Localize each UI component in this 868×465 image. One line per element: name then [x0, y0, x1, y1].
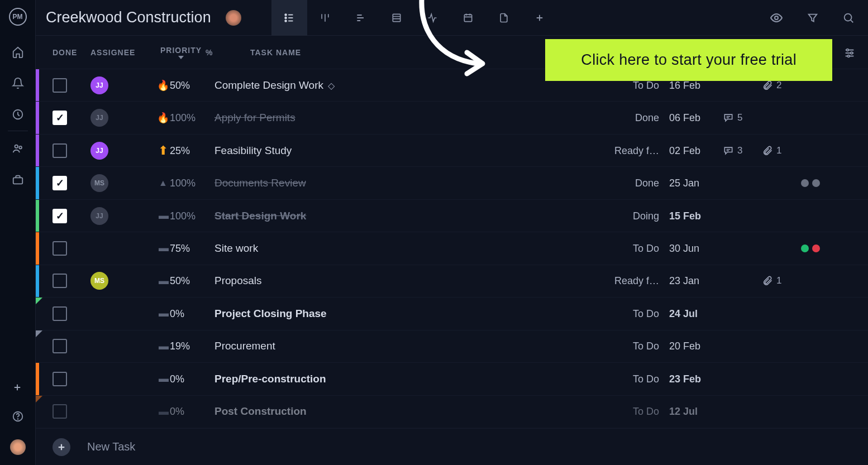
view-tab-calendar[interactable] [450, 0, 486, 36]
task-row[interactable]: JJ⬆25%Feasibility StudyReady f…02 Feb31 [36, 135, 868, 167]
visibility-icon[interactable] [770, 11, 783, 25]
task-status[interactable]: Ready f… [614, 275, 659, 286]
task-date[interactable]: 24 Jul [669, 308, 698, 319]
done-checkbox[interactable] [53, 78, 67, 93]
task-name[interactable]: Apply for Permits [214, 112, 295, 123]
add-icon[interactable] [12, 382, 23, 394]
task-status[interactable]: Ready f… [614, 145, 659, 156]
task-row[interactable]: MS▬50%ProposalsReady f…23 Jan1 [36, 265, 868, 298]
column-settings-icon[interactable] [843, 47, 856, 59]
task-status[interactable]: To Do [633, 373, 659, 385]
app-logo[interactable]: PM [9, 8, 27, 26]
assignee-avatar[interactable]: JJ [90, 142, 108, 160]
task-name[interactable]: Start Design Work [214, 210, 306, 222]
task-name[interactable]: Proposals [214, 275, 262, 286]
search-icon[interactable] [842, 12, 855, 24]
view-tab-activity[interactable] [414, 0, 450, 36]
task-date[interactable]: 02 Feb [669, 145, 700, 156]
done-checkbox[interactable] [53, 111, 67, 125]
task-status[interactable]: Done [635, 178, 659, 189]
task-name[interactable]: Prep/Pre-construction [214, 373, 326, 385]
briefcase-icon[interactable] [12, 174, 24, 186]
done-checkbox[interactable] [53, 143, 67, 158]
task-status[interactable]: To Do [633, 308, 659, 319]
svg-point-5 [17, 419, 18, 419]
assignee-avatar[interactable]: JJ [90, 109, 108, 127]
view-tab-board[interactable] [307, 0, 343, 36]
comment-count[interactable]: 3 [723, 145, 762, 156]
col-assignee[interactable]: ASSIGNEE [90, 48, 156, 57]
task-date[interactable]: 15 Feb [669, 210, 701, 222]
task-date[interactable]: 23 Jan [669, 275, 699, 286]
add-task-button[interactable] [53, 438, 70, 456]
task-status[interactable]: To Do [633, 341, 659, 352]
help-icon[interactable] [12, 410, 24, 423]
clock-icon[interactable] [12, 108, 24, 121]
assignee-avatar[interactable]: MS [90, 272, 108, 290]
task-date[interactable]: 30 Jun [669, 243, 699, 254]
bell-icon[interactable] [12, 77, 24, 89]
flame-icon: 🔥 [157, 112, 169, 124]
task-status[interactable]: To Do [633, 80, 659, 91]
task-row[interactable]: ▬0%Project Closing PhaseTo Do24 Jul [36, 298, 868, 330]
attachment-count[interactable]: 2 [762, 80, 801, 91]
new-task-label[interactable]: New Task [87, 440, 135, 453]
task-row[interactable]: ▬0%Prep/Pre-constructionTo Do23 Feb [36, 363, 868, 395]
user-avatar[interactable] [10, 439, 26, 455]
comment-count[interactable]: 5 [723, 112, 762, 123]
view-tab-docs[interactable] [486, 0, 522, 36]
task-date[interactable]: 16 Feb [669, 80, 700, 91]
task-status[interactable]: To Do [633, 243, 659, 254]
done-checkbox[interactable] [53, 404, 67, 419]
task-row[interactable]: ▬19%ProcurementTo Do20 Feb [36, 330, 868, 363]
task-row[interactable]: JJ🔥100%Apply for PermitsDone06 Feb5 [36, 102, 868, 134]
dash-icon: ▬ [159, 341, 168, 352]
task-status[interactable]: Doing [633, 210, 659, 222]
task-row[interactable]: MS▲100%Documents ReviewDone25 Jan [36, 167, 868, 199]
task-date[interactable]: 12 Jul [669, 406, 698, 417]
done-checkbox[interactable] [53, 176, 67, 190]
task-name[interactable]: Post Construction [214, 405, 307, 417]
svg-rect-10 [464, 15, 471, 21]
task-status[interactable]: To Do [633, 406, 659, 417]
task-date[interactable]: 23 Feb [669, 373, 701, 385]
assignee-avatar[interactable]: MS [90, 174, 108, 192]
view-tab-add[interactable] [522, 0, 557, 36]
task-name[interactable]: Project Closing Phase [214, 308, 327, 319]
assignee-avatar[interactable]: JJ [90, 76, 108, 94]
task-row[interactable]: ▬0%Post ConstructionTo Do12 Jul [36, 396, 868, 428]
attachment-count[interactable]: 1 [762, 275, 801, 286]
filter-icon[interactable] [807, 12, 819, 24]
task-date[interactable]: 25 Jan [669, 178, 699, 189]
col-done[interactable]: DONE [53, 48, 90, 57]
done-checkbox[interactable] [53, 241, 67, 256]
done-checkbox[interactable] [53, 306, 67, 321]
task-name[interactable]: Site work [214, 242, 258, 254]
task-row[interactable]: JJ▬100%Start Design WorkDoing15 Feb [36, 200, 868, 232]
col-priority[interactable]: PRIORITY [156, 46, 206, 59]
task-name[interactable]: Procurement [214, 340, 275, 352]
cta-banner[interactable]: Click here to start your free trial [545, 39, 832, 81]
task-name[interactable]: Complete Design Work [214, 79, 323, 91]
task-name[interactable]: Feasibility Study [214, 145, 292, 156]
task-date[interactable]: 20 Feb [669, 341, 700, 352]
done-checkbox[interactable] [53, 339, 67, 353]
view-tab-gantt[interactable] [343, 0, 379, 36]
task-status[interactable]: Done [635, 112, 659, 123]
col-percent[interactable]: % [206, 48, 250, 57]
done-checkbox[interactable] [53, 372, 67, 386]
svg-point-1 [15, 145, 18, 148]
attachment-count[interactable]: 1 [762, 145, 801, 156]
done-checkbox[interactable] [53, 209, 67, 223]
assignee-avatar[interactable]: JJ [90, 207, 108, 225]
view-tab-sheet[interactable] [379, 0, 414, 36]
team-icon[interactable] [12, 142, 24, 155]
task-name[interactable]: Documents Review [214, 177, 306, 189]
task-date[interactable]: 06 Feb [669, 112, 700, 123]
home-icon[interactable] [12, 46, 24, 58]
done-checkbox[interactable] [53, 274, 67, 288]
view-tab-list[interactable] [271, 0, 307, 36]
project-owner-avatar[interactable] [226, 10, 241, 26]
percent-complete: 75% [170, 243, 190, 254]
task-row[interactable]: ▬75%Site workTo Do30 Jun [36, 232, 868, 265]
